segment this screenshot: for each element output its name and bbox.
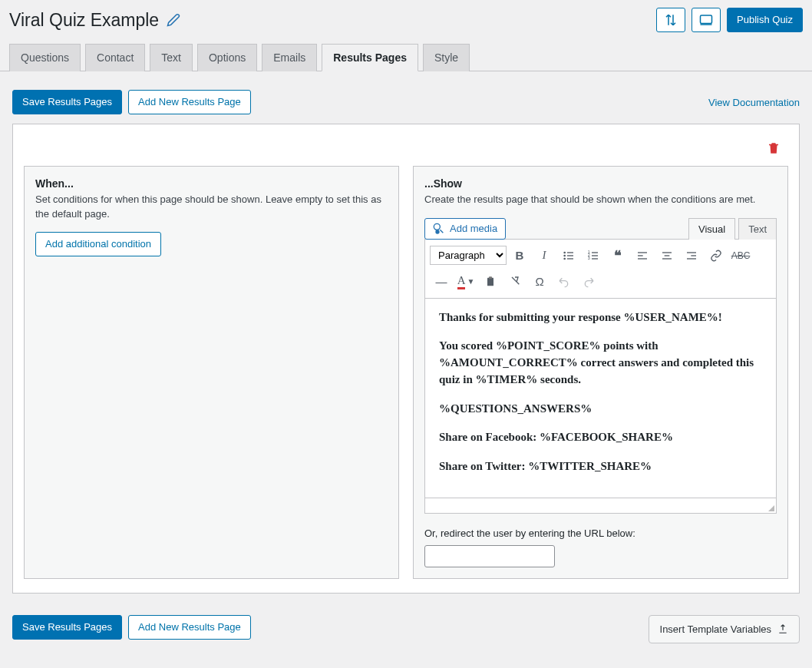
save-results-pages-button-bottom[interactable]: Save Results Pages [12, 615, 122, 640]
svg-rect-24 [487, 277, 493, 286]
svg-point-2 [434, 223, 440, 230]
editor-toolbar: Paragraph B I 123 ❝ [424, 239, 777, 299]
add-condition-button[interactable]: Add additional condition [35, 232, 161, 256]
format-select[interactable]: Paragraph [430, 246, 507, 265]
when-desc: Set conditions for when this page should… [35, 193, 388, 220]
editor-paragraph: Share on Twitter: %TWITTER_SHARE% [439, 458, 762, 475]
editor-status-bar[interactable] [424, 498, 777, 514]
svg-rect-21 [687, 252, 696, 253]
svg-rect-18 [662, 252, 672, 253]
tabs-bar: Questions Contact Text Options Emails Re… [0, 43, 812, 71]
upload-icon [777, 623, 788, 634]
svg-rect-22 [691, 255, 696, 256]
edit-title-icon[interactable] [167, 13, 180, 27]
redo-icon[interactable] [577, 270, 600, 293]
reorder-icon-button[interactable] [656, 8, 685, 32]
show-desc: Create the results page that should be s… [424, 193, 777, 207]
tab-contact[interactable]: Contact [85, 44, 145, 71]
editor-paragraph: %QUESTIONS_ANSWERS% [439, 401, 762, 418]
editor-content[interactable]: Thanks for submitting your response %USE… [424, 299, 777, 498]
show-title: ...Show [424, 177, 777, 190]
blockquote-icon[interactable]: ❝ [606, 244, 629, 267]
editor-text-tab[interactable]: Text [738, 218, 777, 240]
camera-music-icon [433, 223, 445, 235]
view-documentation-link[interactable]: View Documentation [708, 97, 800, 108]
tab-style[interactable]: Style [423, 44, 470, 71]
tab-text[interactable]: Text [150, 44, 193, 71]
text-color-icon[interactable]: A▼ [454, 270, 477, 293]
add-media-label: Add media [450, 223, 497, 234]
tab-options[interactable]: Options [197, 44, 257, 71]
redirect-label: Or, redirect the user by entering the UR… [424, 527, 777, 539]
when-title: When... [35, 177, 388, 190]
editor-paragraph: Thanks for submitting your response %USE… [439, 309, 762, 326]
svg-text:3: 3 [588, 256, 590, 260]
publish-quiz-button[interactable]: Publish Quiz [727, 8, 803, 32]
svg-point-5 [563, 254, 566, 256]
svg-rect-8 [567, 258, 573, 259]
svg-rect-20 [662, 258, 672, 259]
redirect-url-input[interactable] [424, 545, 555, 567]
align-right-icon[interactable] [680, 244, 703, 267]
bullet-list-icon[interactable] [557, 244, 580, 267]
svg-rect-12 [592, 255, 598, 256]
tab-questions[interactable]: Questions [9, 44, 81, 71]
show-panel: ...Show Create the results page that sho… [413, 166, 788, 578]
editor-paragraph: You scored %POINT_SCORE% points with %AM… [439, 338, 762, 388]
delete-icon[interactable] [767, 141, 781, 155]
svg-rect-10 [592, 252, 598, 253]
align-left-icon[interactable] [631, 244, 654, 267]
insert-template-variables-button[interactable]: Insert Template Variables [649, 615, 800, 643]
svg-rect-4 [567, 252, 573, 253]
svg-point-7 [563, 257, 566, 260]
svg-rect-19 [665, 255, 670, 256]
editor-visual-tab[interactable]: Visual [688, 218, 735, 240]
horizontal-rule-icon[interactable]: — [430, 270, 453, 293]
add-new-results-page-button-bottom[interactable]: Add New Results Page [128, 615, 251, 640]
add-media-button[interactable]: Add media [424, 218, 506, 240]
link-icon[interactable] [705, 244, 728, 267]
header-buttons: Publish Quiz [656, 8, 803, 32]
save-results-pages-button[interactable]: Save Results Pages [12, 90, 122, 114]
svg-rect-14 [592, 258, 598, 259]
numbered-list-icon[interactable]: 123 [582, 244, 605, 267]
svg-rect-6 [567, 255, 573, 256]
bold-icon[interactable]: B [508, 244, 531, 267]
page-title-text: Viral Quiz Example [9, 10, 159, 31]
svg-rect-15 [638, 252, 647, 253]
svg-rect-0 [701, 15, 712, 24]
svg-rect-16 [638, 255, 643, 256]
italic-icon[interactable]: I [533, 244, 556, 267]
special-character-icon[interactable]: Ω [528, 270, 551, 293]
align-center-icon[interactable] [655, 244, 678, 267]
strikethrough-icon[interactable]: ABC [729, 244, 752, 267]
tab-emails[interactable]: Emails [262, 44, 317, 71]
results-page-card: When... Set conditions for when this pag… [12, 124, 800, 593]
preview-icon-button[interactable] [692, 8, 721, 32]
when-panel: When... Set conditions for when this pag… [24, 166, 399, 578]
svg-rect-25 [489, 276, 492, 279]
clear-formatting-icon[interactable] [503, 270, 526, 293]
svg-point-3 [563, 251, 566, 253]
undo-icon[interactable] [553, 270, 576, 293]
page-title: Viral Quiz Example [9, 10, 180, 31]
svg-rect-23 [687, 258, 696, 259]
editor-paragraph: Share on Facebook: %FACEBOOK_SHARE% [439, 429, 762, 446]
paste-icon[interactable] [479, 270, 502, 293]
tab-results-pages[interactable]: Results Pages [322, 44, 418, 71]
svg-rect-17 [638, 258, 647, 259]
add-new-results-page-button[interactable]: Add New Results Page [128, 90, 251, 114]
template-vars-label: Insert Template Variables [660, 623, 771, 635]
